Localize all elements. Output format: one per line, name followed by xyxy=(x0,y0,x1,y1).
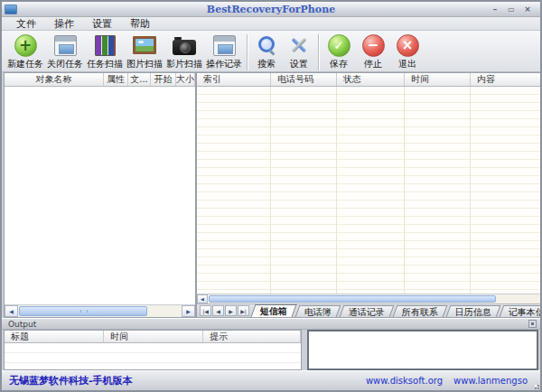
exit-button[interactable]: 退出 xyxy=(390,33,425,70)
task-scan-label: 任务扫描 xyxy=(87,58,123,70)
operation-log-icon xyxy=(212,33,236,57)
column-time[interactable]: 时间 xyxy=(405,73,471,86)
maximize-icon[interactable] xyxy=(506,5,517,14)
window-controls xyxy=(490,5,540,14)
grid-line xyxy=(336,87,337,294)
stop-label: 停止 xyxy=(364,58,382,70)
column-phone-number[interactable]: 电话号码 xyxy=(271,73,337,86)
tab-last-icon[interactable]: ▶| xyxy=(238,305,249,316)
tab-first-icon[interactable]: |◀ xyxy=(200,305,211,316)
video-scan-button[interactable]: 影片扫描 xyxy=(164,33,204,70)
scroll-left-icon[interactable]: ◀ xyxy=(197,294,208,303)
tab-prev-icon[interactable]: ◀ xyxy=(212,305,224,316)
column-attribute[interactable]: 属性 xyxy=(104,73,128,86)
tab-nav-buttons: |◀ ◀ ▶ ▶| xyxy=(200,305,249,316)
close-task-button[interactable]: 关闭任务 xyxy=(45,33,85,70)
toolbar-separator xyxy=(247,34,248,70)
search-icon xyxy=(255,33,278,57)
grid-line xyxy=(270,87,271,294)
operation-log-button[interactable]: 操作记录 xyxy=(204,33,244,70)
search-label: 搜索 xyxy=(257,58,276,70)
image-scan-button[interactable]: 图片扫描 xyxy=(125,33,164,70)
toolbar: 新建任务 关闭任务 任务扫描 图片扫描 影片扫描 操作记录 搜索 设 xyxy=(2,31,540,72)
stop-icon xyxy=(361,33,385,57)
scrollbar-thumb[interactable] xyxy=(209,295,496,303)
tab-call-records[interactable]: 通话记录 xyxy=(340,305,395,317)
save-button[interactable]: 保存 xyxy=(322,33,356,70)
column-content[interactable]: 内容 xyxy=(471,73,542,86)
app-window: BestRecoveryForPhone 文件 操作 设置 帮助 新建任务 关闭… xyxy=(0,0,542,392)
column-index[interactable]: 索引 xyxy=(197,73,271,86)
task-tree-panel: 对象名称 属性 文... 开始 大小 ◀ ▶ xyxy=(4,72,196,318)
column-start[interactable]: 开始 xyxy=(151,73,176,86)
records-horizontal-scrollbar: ◀ ▶ xyxy=(197,294,542,303)
title-bar: BestRecoveryForPhone xyxy=(2,2,540,17)
menu-operation[interactable]: 操作 xyxy=(47,17,81,31)
lanmeng-link[interactable]: www.lanmengso xyxy=(453,376,528,386)
tab-sms[interactable]: 短信箱 xyxy=(250,304,296,317)
toolbar-separator xyxy=(318,34,319,70)
resize-grip[interactable] xyxy=(532,382,539,389)
menu-file[interactable]: 文件 xyxy=(9,17,43,31)
task-table-header: 对象名称 属性 文... 开始 大小 xyxy=(5,73,195,87)
column-title[interactable]: 标题 xyxy=(5,331,104,342)
records-table-body xyxy=(197,87,542,294)
image-scan-label: 图片扫描 xyxy=(126,58,163,70)
output-detail-box xyxy=(307,330,538,370)
output-panel: Output 标题 时间 提示 xyxy=(2,318,540,370)
output-table-header: 标题 时间 提示 xyxy=(5,331,301,343)
column-status[interactable]: 状态 xyxy=(337,73,405,86)
scroll-right-icon[interactable]: ▶ xyxy=(182,305,195,317)
close-task-icon xyxy=(53,33,77,57)
task-horizontal-scrollbar: ◀ ▶ xyxy=(5,304,195,317)
menu-settings[interactable]: 设置 xyxy=(85,17,119,31)
window-title: BestRecoveryForPhone xyxy=(2,2,540,17)
new-task-label: 新建任务 xyxy=(7,58,43,70)
new-task-icon xyxy=(14,33,37,57)
column-object-name[interactable]: 对象名称 xyxy=(5,73,104,86)
column-log-time[interactable]: 时间 xyxy=(104,331,203,342)
save-label: 保存 xyxy=(330,58,348,70)
stop-button[interactable]: 停止 xyxy=(356,33,390,70)
grid-line xyxy=(404,87,405,294)
task-scan-icon xyxy=(93,33,117,57)
company-label: 无锡蓝梦软件科技-手机版本 xyxy=(9,374,133,387)
column-file[interactable]: 文... xyxy=(128,73,151,86)
video-scan-icon xyxy=(173,33,196,57)
task-scan-button[interactable]: 任务扫描 xyxy=(85,33,125,70)
settings-icon xyxy=(287,33,311,57)
tab-phonebook[interactable]: 电话簿 xyxy=(295,305,341,317)
close-icon[interactable] xyxy=(522,5,533,14)
data-type-tabstrip: |◀ ◀ ▶ ▶| 短信箱 电话簿 通话记录 所有联系 日历信息 记事本信息 邮… xyxy=(197,303,542,317)
scroll-left-icon[interactable]: ◀ xyxy=(5,305,18,317)
minimize-icon[interactable] xyxy=(490,5,500,14)
output-log-table: 标题 时间 提示 xyxy=(4,330,302,370)
image-scan-icon xyxy=(133,33,156,57)
operation-log-label: 操作记录 xyxy=(206,58,242,70)
tab-calendar[interactable]: 日历信息 xyxy=(446,305,501,317)
output-pin-icon[interactable] xyxy=(528,320,537,328)
video-scan-label: 影片扫描 xyxy=(166,58,202,70)
close-task-label: 关闭任务 xyxy=(47,58,83,70)
search-button[interactable]: 搜索 xyxy=(250,33,283,70)
tab-notepad[interactable]: 记事本信息 xyxy=(500,305,542,317)
menu-bar: 文件 操作 设置 帮助 xyxy=(2,17,540,31)
tab-all-contacts[interactable]: 所有联系 xyxy=(393,305,448,317)
disksoft-link[interactable]: www.disksoft.org xyxy=(366,376,443,386)
main-area: 对象名称 属性 文... 开始 大小 ◀ ▶ 索引 电话号码 状态 时间 xyxy=(2,72,540,318)
new-task-button[interactable]: 新建任务 xyxy=(5,33,45,70)
output-content: 标题 时间 提示 xyxy=(2,330,540,370)
records-table-header: 索引 电话号码 状态 时间 内容 xyxy=(197,73,542,87)
tab-next-icon[interactable]: ▶ xyxy=(225,305,237,316)
output-table-body xyxy=(5,343,301,369)
column-hint[interactable]: 提示 xyxy=(203,331,301,342)
column-size[interactable]: 大小 xyxy=(176,73,195,86)
menu-help[interactable]: 帮助 xyxy=(123,17,157,31)
settings-label: 设置 xyxy=(290,58,308,70)
records-panel: 索引 电话号码 状态 时间 内容 ◀ ▶ |◀ ◀ xyxy=(196,72,542,318)
exit-icon xyxy=(396,33,419,57)
output-title: Output xyxy=(8,319,36,330)
grid-line xyxy=(470,87,471,294)
scrollbar-thumb[interactable] xyxy=(19,306,147,315)
settings-button[interactable]: 设置 xyxy=(283,33,315,70)
